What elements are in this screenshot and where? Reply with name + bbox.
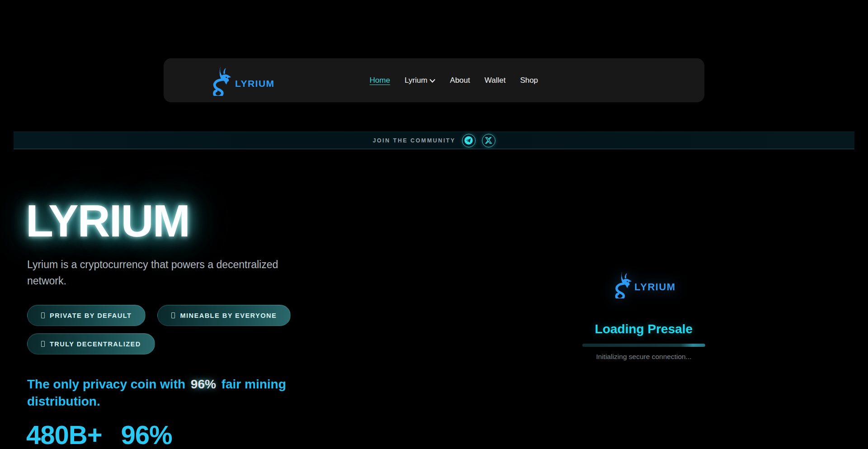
badge-truly-decentralized: TRULY DECENTRALIZED [27, 333, 155, 354]
telegram-icon [464, 136, 473, 145]
community-bar: JOIN THE COMMUNITY [14, 132, 854, 149]
chevron-down-icon [429, 78, 435, 83]
nav-link-shop[interactable]: Shop [520, 76, 538, 85]
badge-label: PRIVATE BY DEFAULT [50, 312, 132, 319]
presale-progress-bar [582, 344, 705, 347]
badge-glyph-icon [41, 341, 45, 347]
lyrium-dragon-icon [209, 65, 234, 96]
navbar: LYRIUM Home Lyrium About Wallet Shop [164, 58, 704, 102]
lyrium-dragon-icon [612, 270, 634, 298]
hero-badges: PRIVATE BY DEFAULT MINEABLE BY EVERYONE … [27, 305, 298, 354]
nav-link-about[interactable]: About [450, 76, 470, 85]
presale-status: Initializing secure connection... [567, 353, 721, 361]
badge-glyph-icon [171, 312, 175, 318]
badge-mineable-by-everyone: MINEABLE BY EVERYONE [157, 305, 291, 326]
navbar-logo[interactable]: LYRIUM [209, 65, 275, 96]
badge-private-by-default: PRIVATE BY DEFAULT [27, 305, 146, 326]
nav-link-lyrium-label: Lyrium [405, 76, 427, 85]
stat-fair-mining: 96% [121, 422, 172, 448]
presale-progress-fill [582, 344, 705, 347]
badge-glyph-icon [41, 312, 45, 318]
tagline-prefix: The only privacy coin with [27, 377, 189, 391]
stat-total-supply: 480B+ [26, 422, 102, 448]
nav-link-wallet[interactable]: Wallet [485, 76, 506, 85]
x-icon [484, 136, 493, 145]
hero-title: LYRIUM [26, 198, 189, 243]
telegram-button[interactable] [462, 134, 476, 147]
badge-label: MINEABLE BY EVERYONE [180, 312, 277, 319]
hero-subtitle: Lyrium is a cryptocurrency that powers a… [27, 256, 280, 289]
nav-link-lyrium[interactable]: Lyrium [405, 76, 435, 85]
page: LYRIUM Home Lyrium About Wallet Shop JOI… [0, 0, 868, 449]
tagline-highlight: 96% [189, 377, 218, 391]
x-button[interactable] [482, 134, 495, 147]
nav-link-home[interactable]: Home [370, 76, 390, 85]
navbar-logo-text: LYRIUM [235, 78, 275, 89]
presale-logo: LYRIUM [567, 270, 721, 298]
presale-logo-text: LYRIUM [634, 281, 675, 293]
hero-tagline: The only privacy coin with 96% fair mini… [27, 376, 289, 410]
presale-title: Loading Presale [567, 322, 721, 336]
hero-stats: 480B+ 96% [26, 422, 172, 448]
community-bar-label: JOIN THE COMMUNITY [373, 137, 455, 144]
nav-links: Home Lyrium About Wallet Shop [370, 76, 538, 85]
presale-widget: LYRIUM Loading Presale Initializing secu… [567, 270, 721, 361]
badge-label: TRULY DECENTRALIZED [50, 340, 141, 348]
